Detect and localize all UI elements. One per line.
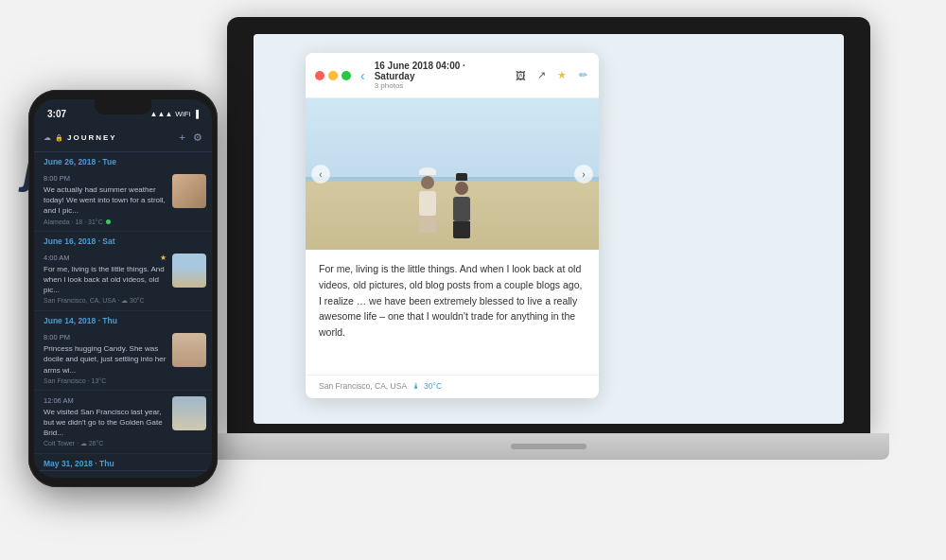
date-header-text-jun16: June 16, 2018 · Sat [44, 236, 115, 246]
card-body: For me, living is the little things. And… [306, 250, 599, 375]
entry-text-2: Princess hugging Candy. She was docile a… [44, 343, 166, 376]
app-title: JOURNEY [67, 133, 117, 142]
status-time: 3:07 [47, 109, 66, 119]
card-weather: 🌡 30°C [412, 381, 442, 391]
date-header-may31: May 31, 2018 · Thu [34, 454, 212, 470]
figure-left [417, 167, 438, 222]
card-action-icons: 🖼 ↗ ★ ✏ [514, 69, 589, 82]
thumb-img-1 [172, 254, 206, 288]
figure-right [452, 173, 471, 222]
phone-screen: 3:07 ▲▲▲ WiFi ▐ ☁ 🔒 JOURNEY + ⚙ [34, 99, 212, 478]
status-icons: ▲▲▲ WiFi ▐ [150, 110, 199, 118]
entry-content-3: 12:06 AM We visited San Francisco last y… [44, 396, 166, 448]
star-badge-1: ★ [160, 254, 166, 262]
share-icon[interactable]: ↗ [534, 69, 548, 82]
journal-entry-3[interactable]: 12:06 AM We visited San Francisco last y… [34, 391, 212, 455]
photo-icon[interactable]: 🖼 [514, 69, 527, 82]
journal-entry-1[interactable]: 4:00 AM For me, living is the little thi… [34, 248, 212, 312]
location-text-1: San Francisco, CA, USA · ☁ 30°C [44, 297, 145, 305]
photo-nav-left[interactable]: ‹ [311, 165, 330, 184]
card-date-info: 16 June 2018 04:00 · Saturday 3 photos [375, 61, 508, 90]
phone-notch [95, 99, 151, 114]
entry-meta-0: Alameda · 18 · 31°C [44, 219, 166, 225]
location-text-3: Coit Tower · ☁ 26°C [44, 440, 103, 447]
date-header-text-jun26: June 26, 2018 · Tue [44, 157, 116, 166]
card-photos-count: 3 photos [375, 81, 508, 90]
date-header-jun26: June 26, 2018 · Tue [34, 152, 212, 168]
card-date: 16 June 2018 04:00 · Saturday [375, 61, 508, 81]
laptop-screen: ‹ 16 June 2018 04:00 · Saturday 3 photos… [254, 34, 844, 424]
entry-text-3: We visited San Francisco last year, but … [44, 407, 166, 439]
traffic-light-red[interactable] [315, 71, 324, 80]
entry-time-0: 8:00 PM [44, 174, 166, 183]
date-header-jun16: June 16, 2018 · Sat [34, 232, 212, 248]
cloud-icon: ☁ [44, 133, 51, 142]
edit-icon[interactable]: ✏ [576, 69, 589, 82]
date-header-text-jun14: June 14, 2018 · Thu [44, 316, 117, 325]
laptop-base [208, 433, 889, 460]
card-titlebar: ‹ 16 June 2018 04:00 · Saturday 3 photos… [306, 53, 599, 98]
card-footer: San Francisco, CA, USA 🌡 30°C [306, 375, 599, 398]
laptop-device: ‹ 16 June 2018 04:00 · Saturday 3 photos… [227, 17, 889, 547]
journal-entry-0[interactable]: 8:00 PM We actually had summer weather t… [34, 168, 212, 232]
entry-meta-2: San Francisco · 13°C [44, 377, 166, 384]
entry-text-1: For me, living is the little things. And… [44, 264, 166, 296]
back-button[interactable]: ‹ [360, 68, 365, 83]
entry-meta-3: Coit Tower · ☁ 26°C [44, 440, 166, 447]
journal-entry-2[interactable]: 8:00 PM Princess hugging Candy. She was … [34, 327, 212, 391]
traffic-lights [315, 71, 351, 80]
thumb-img-3 [172, 396, 206, 430]
phone-device: 3:07 ▲▲▲ WiFi ▐ ☁ 🔒 JOURNEY + ⚙ [28, 90, 218, 487]
entry-content-0: 8:00 PM We actually had summer weather t… [44, 174, 166, 225]
entry-content-1: 4:00 AM For me, living is the little thi… [44, 254, 166, 306]
thumb-img-0 [172, 174, 206, 208]
card-body-text: For me, living is the little things. And… [319, 261, 586, 341]
entry-time-2: 8:00 PM [44, 333, 166, 341]
phone-bezel: 3:07 ▲▲▲ WiFi ▐ ☁ 🔒 JOURNEY + ⚙ [28, 90, 218, 487]
add-button[interactable]: + [180, 131, 185, 144]
weather-temp: 30°C [424, 381, 442, 391]
traffic-light-green[interactable] [342, 71, 351, 80]
date-header-text-may31: May 31, 2018 · Thu [44, 459, 114, 468]
journal-card: ‹ 16 June 2018 04:00 · Saturday 3 photos… [306, 53, 599, 398]
lock-icon: 🔒 [55, 134, 63, 142]
signal-icon: ▲▲▲ [150, 110, 173, 118]
header-actions: + ⚙ [180, 131, 202, 144]
weather-dot-0 [106, 219, 111, 224]
app-header: ☁ 🔒 JOURNEY + ⚙ [34, 124, 212, 152]
card-photo-area: ‹ › [306, 98, 599, 250]
traffic-light-yellow[interactable] [328, 71, 338, 80]
card-location: San Francisco, CA, USA [319, 381, 407, 391]
entry-meta-1: San Francisco, CA, USA · ☁ 30°C [44, 297, 166, 305]
settings-button[interactable]: ⚙ [193, 131, 202, 144]
laptop-bezel: ‹ 16 June 2018 04:00 · Saturday 3 photos… [227, 17, 870, 433]
entry-thumb-2 [172, 333, 206, 367]
wifi-icon: WiFi [175, 110, 190, 118]
location-text-2: San Francisco · 13°C [44, 377, 106, 384]
tab-bar: 📖 Journey 📅 Calendar 🖼 Media 🗺 Atlas ▣ [34, 470, 212, 478]
journal-list: June 26, 2018 · Tue 8:00 PM We actually … [34, 152, 212, 470]
photo-nav-right[interactable]: › [574, 165, 593, 184]
entry-time-1: 4:00 AM [44, 254, 166, 262]
location-text-0: Alameda · 18 · 31°C [44, 219, 103, 225]
entry-content-2: 8:00 PM Princess hugging Candy. She was … [44, 333, 166, 384]
entry-thumb-0 [172, 174, 206, 208]
date-header-jun14: June 14, 2018 · Thu [34, 311, 212, 327]
thumb-img-2 [172, 333, 206, 367]
entry-time-3: 12:06 AM [44, 396, 166, 405]
entry-text-0: We actually had summer weather today! We… [44, 184, 166, 217]
weather-icon: 🌡 [412, 381, 421, 391]
battery-icon: ▐ [193, 110, 199, 118]
star-icon[interactable]: ★ [555, 69, 569, 82]
entry-thumb-3 [172, 396, 206, 430]
entry-thumb-1 [172, 254, 206, 288]
